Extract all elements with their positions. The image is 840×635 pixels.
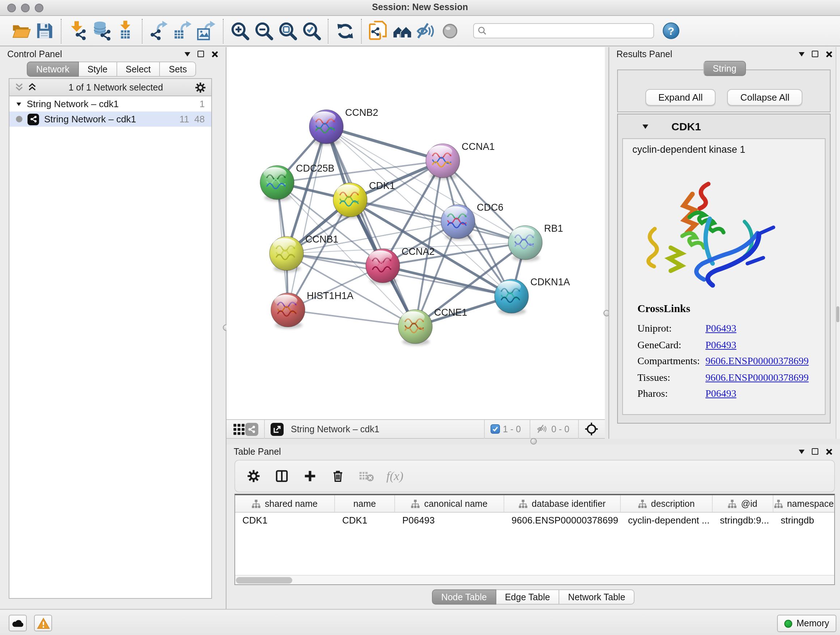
- entry-description: cyclin-dependent kinase 1: [623, 139, 825, 155]
- search-input[interactable]: [487, 25, 650, 37]
- table-horizontal-scrollbar[interactable]: [235, 575, 834, 584]
- node-CCNA1[interactable]: CCNA1: [426, 141, 495, 180]
- horizontal-splitter-handle[interactable]: [531, 438, 537, 445]
- network-view-canvas[interactable]: CCNB2CCNA1CDC25BCDK1CDC6RB1CCNB1CCNA2CDK…: [226, 47, 605, 419]
- column-header[interactable]: description: [621, 495, 713, 512]
- collapse-all-button[interactable]: Collapse All: [728, 89, 803, 106]
- selected-indicator-checkbox[interactable]: [491, 424, 500, 434]
- table-row[interactable]: CDK1 CDK1 P06493 9606.ENSP00000378699 cy…: [235, 513, 834, 527]
- import-network-database-button[interactable]: [90, 18, 114, 44]
- column-label: canonical name: [424, 499, 487, 509]
- panel-close-icon[interactable]: [211, 50, 218, 57]
- help-button[interactable]: ?: [663, 22, 679, 39]
- create-column-button[interactable]: [302, 469, 317, 483]
- panel-close-icon[interactable]: [826, 448, 833, 455]
- show-hidden-button[interactable]: [438, 18, 462, 44]
- gear-icon: [246, 469, 260, 483]
- apply-style-refresh-button[interactable]: [333, 18, 357, 44]
- crosslink-row: Tissues: 9606.ENSP00000378699: [638, 370, 825, 386]
- panel-close-icon[interactable]: [826, 50, 833, 57]
- zoom-selected-button[interactable]: [300, 18, 324, 44]
- window-zoom-button[interactable]: [35, 4, 43, 12]
- network-row-selected[interactable]: String Network – cdk1 11 48: [9, 111, 211, 127]
- cloud-status-button[interactable]: [9, 615, 27, 631]
- expand-all-button[interactable]: Expand All: [645, 89, 716, 106]
- import-network-file-button[interactable]: [66, 18, 90, 44]
- zoom-out-button[interactable]: [252, 18, 276, 44]
- crosslink-link[interactable]: P06493: [706, 337, 737, 353]
- column-header[interactable]: shared name: [235, 495, 335, 512]
- cell-canonical-name: P06493: [395, 513, 504, 527]
- save-session-button[interactable]: [33, 18, 57, 44]
- window-minimize-button[interactable]: [21, 4, 30, 12]
- column-header[interactable]: name: [335, 495, 395, 512]
- window-close-button[interactable]: [7, 4, 16, 12]
- tab-select[interactable]: Select: [117, 62, 160, 77]
- results-scrollbar[interactable]: [836, 47, 840, 439]
- show-all-nodes-button[interactable]: [390, 18, 414, 44]
- network-options-gear-icon[interactable]: [195, 81, 206, 93]
- panel-float-icon[interactable]: [812, 51, 818, 57]
- expand-all-icon[interactable]: [27, 82, 37, 92]
- zoom-fit-button[interactable]: [276, 18, 300, 44]
- column-header[interactable]: canonical name: [395, 495, 504, 512]
- results-scrollbar-thumb[interactable]: [836, 306, 839, 322]
- import-table-file-button[interactable]: [114, 18, 137, 44]
- network-collection-row[interactable]: String Network – cdk1 1: [9, 96, 211, 111]
- titlebar: Session: New Session: [0, 0, 840, 16]
- warnings-button[interactable]: [34, 615, 52, 631]
- clone-network-button[interactable]: [366, 18, 390, 44]
- zoom-in-button[interactable]: [228, 18, 252, 44]
- separator: [530, 420, 531, 439]
- tab-edge-table[interactable]: Edge Table: [496, 589, 560, 605]
- crosslink-link[interactable]: P06493: [706, 386, 737, 402]
- export-image-button[interactable]: [195, 18, 218, 44]
- edge-CCNB2-CCNA1[interactable]: [326, 127, 443, 161]
- panel-float-icon[interactable]: [197, 51, 204, 57]
- column-header[interactable]: @id: [713, 495, 774, 512]
- hidden-eye-icon[interactable]: [536, 424, 548, 434]
- birdseye-grid-icon[interactable]: [233, 423, 245, 435]
- tab-node-table[interactable]: Node Table: [432, 589, 496, 605]
- control-panel-title: Control Panel: [7, 49, 62, 59]
- crosslink-link[interactable]: 9606.ENSP00000378699: [706, 353, 808, 370]
- node-CDKN1A[interactable]: CDKN1A: [494, 277, 570, 315]
- column-header[interactable]: namespace: [774, 495, 834, 512]
- panel-menu-icon[interactable]: [185, 52, 190, 56]
- column-header[interactable]: database identifier: [504, 495, 621, 512]
- panel-float-icon[interactable]: [812, 448, 818, 455]
- edge-HIST1H1A-CCNE1[interactable]: [288, 310, 415, 326]
- collection-disclosure-icon[interactable]: [17, 102, 21, 106]
- node-RB1[interactable]: RB1: [508, 223, 563, 261]
- open-in-window-button[interactable]: [271, 423, 284, 435]
- node-CCNA2[interactable]: CCNA2: [366, 246, 435, 285]
- hide-selected-button[interactable]: [414, 18, 438, 44]
- function-builder-button[interactable]: f(x): [386, 469, 403, 483]
- panel-menu-icon[interactable]: [799, 52, 805, 56]
- entry-disclosure-icon[interactable]: [643, 124, 648, 128]
- delete-table-button[interactable]: [358, 470, 374, 482]
- export-network-button[interactable]: [147, 18, 171, 44]
- crosslink-link[interactable]: P06493: [706, 321, 737, 337]
- tab-network-table[interactable]: Network Table: [559, 589, 635, 605]
- crosshair-icon[interactable]: [584, 422, 598, 436]
- tab-sets[interactable]: Sets: [160, 62, 196, 77]
- delete-table-icon: [358, 470, 374, 482]
- cloud-icon: [11, 618, 24, 628]
- panel-menu-icon[interactable]: [799, 449, 805, 454]
- tab-string[interactable]: String: [703, 61, 745, 76]
- crosslink-link[interactable]: 9606.ENSP00000378699: [706, 370, 808, 386]
- memory-button[interactable]: Memory: [777, 615, 836, 632]
- edge-CCNB2-HIST1H1A[interactable]: [288, 127, 326, 310]
- node-CDC25B[interactable]: CDC25B: [260, 163, 335, 201]
- show-columns-button[interactable]: [273, 469, 289, 483]
- scrollbar-thumb[interactable]: [236, 577, 292, 584]
- node-HIST1H1A[interactable]: HIST1H1A: [271, 290, 354, 329]
- tab-style[interactable]: Style: [79, 62, 117, 77]
- collapse-all-icon[interactable]: [14, 82, 24, 92]
- open-session-button[interactable]: [9, 18, 33, 44]
- table-options-gear-button[interactable]: [245, 469, 261, 483]
- export-table-button[interactable]: [171, 18, 195, 44]
- delete-column-button[interactable]: [330, 469, 346, 483]
- tab-network[interactable]: Network: [27, 62, 79, 77]
